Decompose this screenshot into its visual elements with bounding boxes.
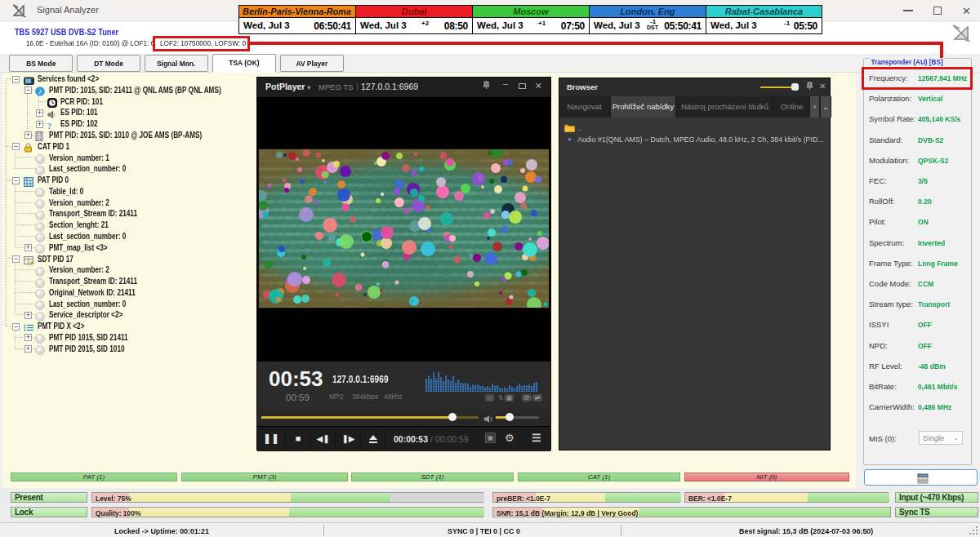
svg-text:♪: ♪ [38, 87, 42, 95]
